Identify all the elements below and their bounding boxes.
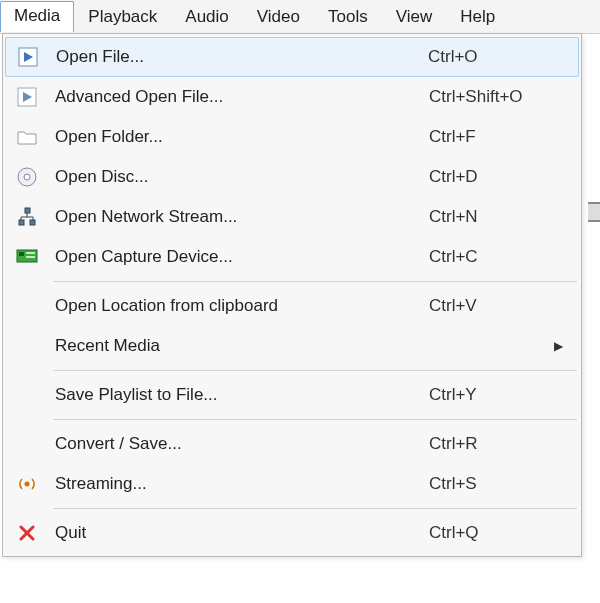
- svg-rect-6: [25, 208, 30, 213]
- menu-item-label: Open Location from clipboard: [49, 296, 429, 316]
- menu-separator: [53, 419, 577, 420]
- menu-item-shortcut: Ctrl+Shift+O: [429, 87, 579, 107]
- play-file-icon: [5, 87, 49, 107]
- play-file-icon: [6, 47, 50, 67]
- menu-item-shortcut: Ctrl+C: [429, 247, 579, 267]
- menu-item-streaming[interactable]: Streaming... Ctrl+S: [5, 464, 579, 504]
- menu-item-open-capture-device[interactable]: Open Capture Device... Ctrl+C: [5, 237, 579, 277]
- svg-point-13: [25, 482, 30, 487]
- menu-item-save-playlist[interactable]: Save Playlist to File... Ctrl+Y: [5, 375, 579, 415]
- menu-item-open-location-clipboard[interactable]: Open Location from clipboard Ctrl+V: [5, 286, 579, 326]
- menu-item-advanced-open-file[interactable]: Advanced Open File... Ctrl+Shift+O: [5, 77, 579, 117]
- svg-point-5: [24, 174, 30, 180]
- menu-item-label: Quit: [49, 523, 429, 543]
- menu-item-shortcut: Ctrl+V: [429, 296, 579, 316]
- menu-item-label: Open Network Stream...: [49, 207, 429, 227]
- menu-item-shortcut: Ctrl+F: [429, 127, 579, 147]
- menu-item-convert-save[interactable]: Convert / Save... Ctrl+R: [5, 424, 579, 464]
- svg-rect-10: [19, 252, 24, 256]
- menu-item-label: Streaming...: [49, 474, 429, 494]
- capture-card-icon: [5, 249, 49, 265]
- menu-item-label: Open Folder...: [49, 127, 429, 147]
- menu-item-shortcut: Ctrl+O: [428, 47, 578, 67]
- folder-icon: [5, 128, 49, 146]
- svg-rect-7: [19, 220, 24, 225]
- menu-item-recent-media[interactable]: Recent Media ▶: [5, 326, 579, 366]
- menu-item-open-file[interactable]: Open File... Ctrl+O: [5, 37, 579, 77]
- network-icon: [5, 207, 49, 227]
- menubar-item-audio[interactable]: Audio: [171, 2, 242, 32]
- menu-item-shortcut: Ctrl+Y: [429, 385, 579, 405]
- menu-separator: [53, 370, 577, 371]
- menu-item-open-disc[interactable]: Open Disc... Ctrl+D: [5, 157, 579, 197]
- stream-icon: [5, 476, 49, 492]
- menu-item-label: Advanced Open File...: [49, 87, 429, 107]
- menu-item-quit[interactable]: Quit Ctrl+Q: [5, 513, 579, 553]
- menu-item-label: Open Capture Device...: [49, 247, 429, 267]
- menu-item-shortcut: Ctrl+R: [429, 434, 579, 454]
- menu-item-shortcut: Ctrl+Q: [429, 523, 579, 543]
- svg-rect-11: [26, 252, 35, 254]
- menubar-item-playback[interactable]: Playback: [74, 2, 171, 32]
- menu-item-shortcut: Ctrl+N: [429, 207, 579, 227]
- menu-item-shortcut: Ctrl+D: [429, 167, 579, 187]
- menu-item-open-network-stream[interactable]: Open Network Stream... Ctrl+N: [5, 197, 579, 237]
- background-window-edge: [588, 202, 600, 222]
- menu-item-label: Save Playlist to File...: [49, 385, 429, 405]
- menu-item-label: Recent Media: [49, 336, 429, 356]
- media-dropdown-menu: Open File... Ctrl+O Advanced Open File..…: [2, 33, 582, 557]
- menu-item-label: Open Disc...: [49, 167, 429, 187]
- menubar-item-help[interactable]: Help: [446, 2, 509, 32]
- menu-item-shortcut: Ctrl+S: [429, 474, 579, 494]
- menubar-item-view[interactable]: View: [382, 2, 447, 32]
- chevron-right-icon: ▶: [554, 339, 563, 353]
- menubar-item-video[interactable]: Video: [243, 2, 314, 32]
- svg-rect-8: [30, 220, 35, 225]
- menubar-item-media[interactable]: Media: [0, 1, 74, 32]
- disc-icon: [5, 167, 49, 187]
- menu-item-label: Open File...: [50, 47, 428, 67]
- menu-separator: [53, 281, 577, 282]
- menu-separator: [53, 508, 577, 509]
- close-icon: [5, 524, 49, 542]
- menubar-item-tools[interactable]: Tools: [314, 2, 382, 32]
- menu-item-open-folder[interactable]: Open Folder... Ctrl+F: [5, 117, 579, 157]
- svg-rect-12: [26, 256, 35, 258]
- menubar: Media Playback Audio Video Tools View He…: [0, 0, 600, 34]
- menu-item-label: Convert / Save...: [49, 434, 429, 454]
